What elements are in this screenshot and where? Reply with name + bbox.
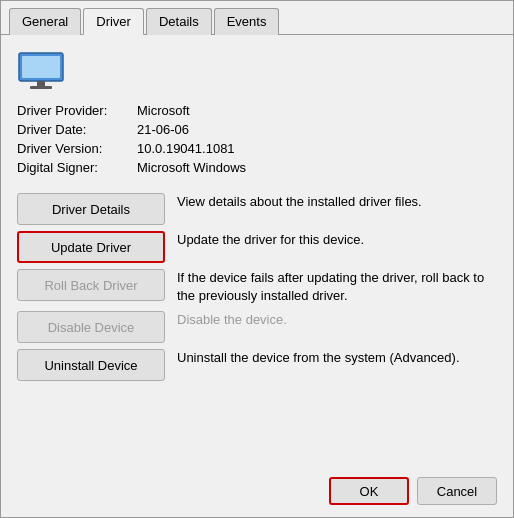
signer-value: Microsoft Windows xyxy=(137,160,246,175)
device-manager-window: General Driver Details Events Driver Pro… xyxy=(0,0,514,518)
version-value: 10.0.19041.1081 xyxy=(137,141,235,156)
roll-back-driver-button[interactable]: Roll Back Driver xyxy=(17,269,165,301)
cancel-button[interactable]: Cancel xyxy=(417,477,497,505)
info-row-date: Driver Date: 21-06-06 xyxy=(17,122,497,137)
update-driver-desc: Update the driver for this device. xyxy=(177,231,497,249)
device-icon xyxy=(17,51,65,91)
svg-rect-3 xyxy=(30,86,52,89)
driver-details-row: Driver Details View details about the in… xyxy=(17,193,497,225)
svg-rect-1 xyxy=(22,56,60,78)
version-label: Driver Version: xyxy=(17,141,137,156)
provider-value: Microsoft xyxy=(137,103,190,118)
driver-details-desc: View details about the installed driver … xyxy=(177,193,497,211)
tab-details[interactable]: Details xyxy=(146,8,212,35)
uninstall-device-row: Uninstall Device Uninstall the device fr… xyxy=(17,349,497,381)
tab-general[interactable]: General xyxy=(9,8,81,35)
svg-rect-2 xyxy=(37,81,45,86)
signer-label: Digital Signer: xyxy=(17,160,137,175)
driver-info-table: Driver Provider: Microsoft Driver Date: … xyxy=(17,103,497,179)
info-row-provider: Driver Provider: Microsoft xyxy=(17,103,497,118)
tab-events[interactable]: Events xyxy=(214,8,280,35)
update-driver-button[interactable]: Update Driver xyxy=(17,231,165,263)
provider-label: Driver Provider: xyxy=(17,103,137,118)
disable-device-desc: Disable the device. xyxy=(177,311,497,329)
tab-bar: General Driver Details Events xyxy=(1,1,513,35)
uninstall-device-desc: Uninstall the device from the system (Ad… xyxy=(177,349,497,367)
disable-device-button[interactable]: Disable Device xyxy=(17,311,165,343)
roll-back-driver-desc: If the device fails after updating the d… xyxy=(177,269,497,305)
date-value: 21-06-06 xyxy=(137,122,189,137)
ok-button[interactable]: OK xyxy=(329,477,409,505)
uninstall-device-button[interactable]: Uninstall Device xyxy=(17,349,165,381)
tab-driver-content: Driver Provider: Microsoft Driver Date: … xyxy=(1,35,513,469)
disable-device-row: Disable Device Disable the device. xyxy=(17,311,497,343)
roll-back-driver-row: Roll Back Driver If the device fails aft… xyxy=(17,269,497,305)
driver-buttons-section: Driver Details View details about the in… xyxy=(17,193,497,453)
update-driver-row: Update Driver Update the driver for this… xyxy=(17,231,497,263)
dialog-footer: OK Cancel xyxy=(1,469,513,517)
info-row-version: Driver Version: 10.0.19041.1081 xyxy=(17,141,497,156)
info-row-signer: Digital Signer: Microsoft Windows xyxy=(17,160,497,175)
date-label: Driver Date: xyxy=(17,122,137,137)
tab-driver[interactable]: Driver xyxy=(83,8,144,35)
driver-details-button[interactable]: Driver Details xyxy=(17,193,165,225)
